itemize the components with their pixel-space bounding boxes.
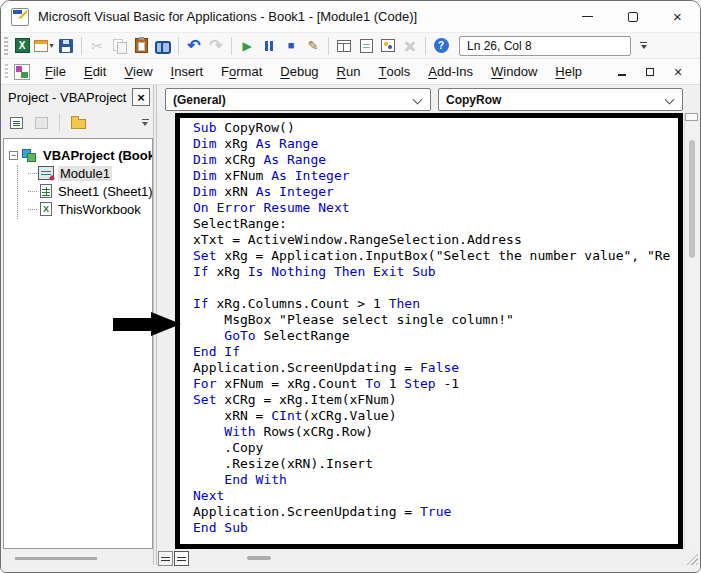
menu-insert[interactable]: Insert <box>162 59 213 84</box>
code-line[interactable]: End Sub <box>193 520 678 536</box>
code-line[interactable]: If xRg Is Nothing Then Exit Sub <box>193 264 678 280</box>
child-restore-icon <box>646 68 654 76</box>
code-line[interactable]: On Error Resume Next <box>193 200 678 216</box>
toggle-folders-icon[interactable] <box>67 113 89 133</box>
minimize-button[interactable] <box>565 1 610 32</box>
procedure-dropdown[interactable]: CopyRow <box>438 88 683 111</box>
run-icon[interactable]: ▶ <box>236 35 258 57</box>
code-line[interactable]: Sub CopyRow() <box>193 120 678 136</box>
menubar-items: FileEditViewInsertFormatDebugRunToolsAdd… <box>36 59 591 84</box>
menu-view[interactable]: View <box>115 59 161 84</box>
toolbar-options-button[interactable] <box>637 36 650 56</box>
break-icon[interactable] <box>258 35 280 57</box>
code-line[interactable]: Dim xRg As Range <box>193 136 678 152</box>
resize-grip[interactable] <box>685 551 698 565</box>
code-line[interactable]: Set xCRg = xRg.Item(xFNum) <box>193 392 678 408</box>
toolbox-icon[interactable] <box>399 35 421 57</box>
save-icon[interactable] <box>55 35 77 57</box>
panel-overflow-button[interactable] <box>139 113 151 133</box>
toolbar-grip[interactable] <box>4 37 8 55</box>
menu-tools[interactable]: Tools <box>369 59 419 84</box>
undo-icon[interactable]: ↶ <box>183 35 205 57</box>
close-button[interactable]: × <box>655 1 700 32</box>
menu-window[interactable]: Window <box>482 59 546 84</box>
code-line[interactable]: Set xRg = Application.InputBox("Select t… <box>193 248 678 264</box>
menu-run[interactable]: Run <box>328 59 370 84</box>
scrollbar-split-handle[interactable] <box>685 113 698 121</box>
code-line[interactable] <box>193 280 678 296</box>
code-line[interactable]: Application.ScreenUpdating = False <box>193 360 678 376</box>
view-code-icon[interactable] <box>5 113 27 133</box>
code-line[interactable]: SelectRange: <box>193 216 678 232</box>
tree-guide-stub <box>28 191 37 192</box>
reset-icon[interactable]: ■ <box>280 35 302 57</box>
child-minimize-icon <box>618 74 626 76</box>
code-line[interactable]: End If <box>193 344 678 360</box>
tree-item-vbaprojectbook1[interactable]: −VBAProject (Book1) <box>4 146 152 164</box>
child-close-button[interactable]: × <box>670 65 686 79</box>
code-line[interactable]: Next <box>193 488 678 504</box>
code-line[interactable]: xRN = CInt(xCRg.Value) <box>193 408 678 424</box>
menubar-grip[interactable] <box>5 64 8 80</box>
properties-window-icon[interactable] <box>355 35 377 57</box>
project-explorer-icon[interactable] <box>333 35 355 57</box>
copy-icon[interactable] <box>108 35 130 57</box>
minimize-icon <box>582 16 593 17</box>
code-line[interactable]: MsgBox "Please select single column!" <box>193 312 678 328</box>
tree-item-thisworkbook[interactable]: ThisWorkbook <box>4 200 152 218</box>
code-line[interactable]: .Copy <box>193 440 678 456</box>
tree-expander[interactable]: − <box>9 151 18 160</box>
find-icon <box>155 40 171 52</box>
maximize-button[interactable] <box>610 1 655 32</box>
code-horizontal-scrollbar[interactable] <box>205 551 684 565</box>
code-line[interactable]: For xFNum = xRg.Count To 1 Step -1 <box>193 376 678 392</box>
code-line[interactable]: With Rows(xCRg.Row) <box>193 424 678 440</box>
procedure-view-button[interactable] <box>158 551 173 566</box>
toolbar-icons: X▾✂↶↷▶■✎? <box>11 33 452 58</box>
project-panel-header: Project - VBAProject × <box>3 85 153 109</box>
menu-help[interactable]: Help <box>546 59 591 84</box>
insert-userform-icon[interactable]: ▾ <box>33 35 55 57</box>
child-restore-button[interactable] <box>642 65 658 79</box>
design-mode-icon[interactable]: ✎ <box>302 35 324 57</box>
menu-debug[interactable]: Debug <box>271 59 327 84</box>
project-panel-close-button[interactable]: × <box>132 88 150 106</box>
paste-icon[interactable] <box>130 35 152 57</box>
help-icon[interactable]: ? <box>430 35 452 57</box>
tree-item-sheet1sheet1[interactable]: Sheet1 (Sheet1) <box>4 182 152 200</box>
object-dropdown[interactable]: (General) <box>165 88 431 111</box>
view-object-icon[interactable] <box>30 113 52 133</box>
menu-file[interactable]: File <box>36 59 75 84</box>
project-panel-hscroll-thumb[interactable] <box>15 557 97 560</box>
horizontal-scrollbar-thumb[interactable] <box>247 556 271 560</box>
break-icon <box>265 41 273 51</box>
code-line[interactable]: Dim xCRg As Range <box>193 152 678 168</box>
code-line[interactable]: Application.ScreenUpdating = True <box>193 504 678 520</box>
code-line[interactable]: Dim xFNum As Integer <box>193 168 678 184</box>
design-mode-icon: ✎ <box>308 39 319 52</box>
vertical-scrollbar-thumb[interactable] <box>689 140 695 258</box>
menu-addins[interactable]: Add-Ins <box>419 59 482 84</box>
insert-userform-icon <box>34 40 48 52</box>
find-icon[interactable] <box>152 35 174 57</box>
tree-item-module1[interactable]: Module1 <box>4 164 152 182</box>
code-line[interactable]: Dim xRN As Integer <box>193 184 678 200</box>
code-line[interactable]: .Resize(xRN).Insert <box>193 456 678 472</box>
menubar: FileEditViewInsertFormatDebugRunToolsAdd… <box>1 59 700 85</box>
child-minimize-button[interactable] <box>614 65 630 79</box>
code-line[interactable]: End With <box>193 472 678 488</box>
menu-format[interactable]: Format <box>212 59 271 84</box>
full-module-view-button[interactable] <box>174 551 189 566</box>
code-vertical-scrollbar[interactable] <box>684 113 698 549</box>
excel-icon[interactable]: X <box>11 35 33 57</box>
tree-item-label: ThisWorkbook <box>56 202 143 217</box>
cut-icon[interactable]: ✂ <box>86 35 108 57</box>
code-pre[interactable]: Sub CopyRow()Dim xRg As RangeDim xCRg As… <box>180 118 678 536</box>
redo-icon[interactable]: ↷ <box>205 35 227 57</box>
code-line[interactable]: If xRg.Columns.Count > 1 Then <box>193 296 678 312</box>
code-line[interactable]: GoTo SelectRange <box>193 328 678 344</box>
tree-item-label: Sheet1 (Sheet1) <box>56 184 153 199</box>
object-browser-icon[interactable] <box>377 35 399 57</box>
menu-edit[interactable]: Edit <box>75 59 115 84</box>
code-line[interactable]: xTxt = ActiveWindow.RangeSelection.Addre… <box>193 232 678 248</box>
